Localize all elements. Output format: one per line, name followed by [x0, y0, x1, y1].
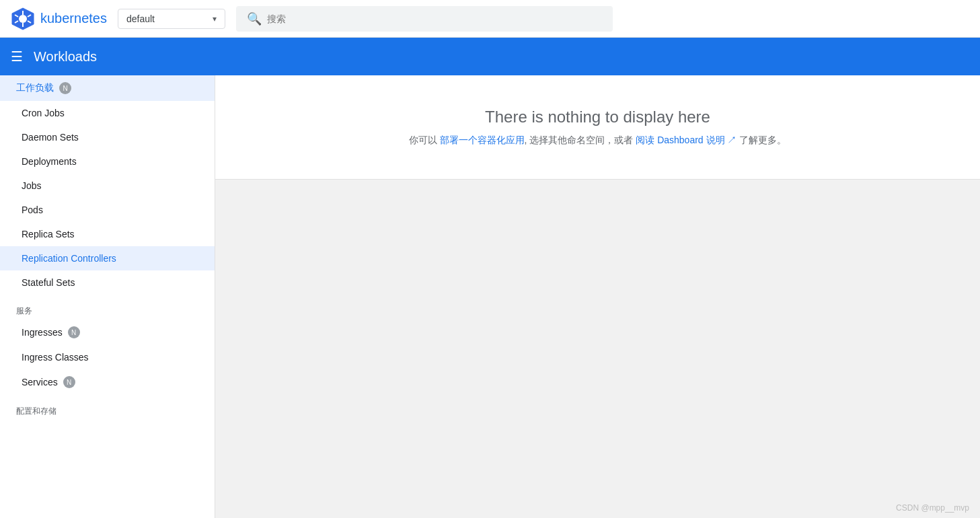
sidebar-item-workloads-header[interactable]: 工作负载 N	[0, 75, 215, 101]
sidebar-item-label: Cron Jobs	[22, 108, 65, 118]
sidebar-item-label: Daemon Sets	[22, 132, 79, 143]
sidebar-services-section: 服务	[0, 295, 215, 320]
sidebar-item-ingresses[interactable]: Ingresses N	[0, 320, 215, 345]
main-content: There is nothing to display here 你可以 部署一…	[215, 75, 980, 518]
svg-point-1	[19, 15, 27, 23]
sidebar-item-label: Jobs	[22, 180, 42, 191]
sidebar-item-label: Replica Sets	[22, 229, 75, 239]
sidebar-item-pods[interactable]: Pods	[0, 198, 215, 222]
sidebar-workloads-badge: N	[59, 82, 71, 94]
namespace-arrow-icon: ▾	[213, 14, 217, 24]
sidebar-item-ingress-classes[interactable]: Ingress Classes	[0, 345, 215, 369]
topbar: kubernetes default ▾ 🔍	[0, 0, 980, 38]
sidebar-item-stateful-sets[interactable]: Stateful Sets	[0, 270, 215, 295]
sidebar-item-replication-controllers[interactable]: Replication Controllers	[0, 246, 215, 270]
header-title: Workloads	[34, 49, 97, 65]
sidebar-item-label: Stateful Sets	[22, 277, 75, 288]
sidebar-item-replica-sets[interactable]: Replica Sets	[0, 222, 215, 246]
hamburger-icon[interactable]: ☰	[11, 48, 23, 65]
sidebar-services-badge: N	[63, 376, 75, 388]
sidebar-item-label: Ingresses	[22, 327, 63, 338]
sidebar-ingresses-badge: N	[68, 326, 80, 338]
namespace-selector[interactable]: default ▾	[118, 9, 225, 29]
logo[interactable]: kubernetes	[11, 7, 107, 31]
sidebar-config-section: 配置和存储	[0, 395, 215, 420]
external-link-icon: ↗	[727, 135, 737, 145]
empty-state-card: There is nothing to display here 你可以 部署一…	[215, 75, 980, 180]
empty-state-title: There is nothing to display here	[231, 108, 964, 126]
sidebar-item-deployments[interactable]: Deployments	[0, 149, 215, 174]
kubernetes-logo-icon	[11, 7, 35, 31]
empty-state-description: 你可以 部署一个容器化应用, 选择其他命名空间，或者 阅读 Dashboard …	[231, 135, 964, 147]
search-bar: 🔍	[236, 6, 613, 32]
sidebar-workloads-label: 工作负载	[16, 82, 54, 94]
search-icon: 🔍	[247, 11, 262, 26]
empty-desc-mid: , 选择其他命名空间，或者	[525, 135, 636, 145]
docs-link[interactable]: 阅读 Dashboard 说明 ↗	[636, 135, 737, 145]
sidebar-item-services[interactable]: Services N	[0, 369, 215, 395]
sidebar-item-jobs[interactable]: Jobs	[0, 174, 215, 198]
layout: 工作负载 N Cron Jobs Daemon Sets Deployments…	[0, 75, 980, 518]
sidebar-item-label: Deployments	[22, 156, 77, 167]
logo-text: kubernetes	[40, 11, 107, 26]
empty-desc-suffix: 了解更多。	[737, 135, 786, 145]
header-bar: ☰ Workloads	[0, 38, 980, 75]
search-input[interactable]	[267, 13, 602, 24]
docs-link-text: 阅读 Dashboard 说明	[636, 135, 724, 145]
sidebar-item-label: Services	[22, 377, 58, 387]
sidebar-item-label: Ingress Classes	[22, 352, 89, 363]
empty-desc-prefix: 你可以	[409, 135, 440, 145]
deploy-link[interactable]: 部署一个容器化应用	[440, 135, 525, 145]
sidebar-item-label: Pods	[22, 205, 43, 215]
watermark: CSDN @mpp__mvp	[896, 503, 969, 513]
namespace-value: default	[126, 13, 207, 24]
sidebar-item-cron-jobs[interactable]: Cron Jobs	[0, 101, 215, 125]
sidebar-item-daemon-sets[interactable]: Daemon Sets	[0, 125, 215, 149]
sidebar-item-label: Replication Controllers	[22, 253, 116, 264]
sidebar: 工作负载 N Cron Jobs Daemon Sets Deployments…	[0, 75, 215, 518]
